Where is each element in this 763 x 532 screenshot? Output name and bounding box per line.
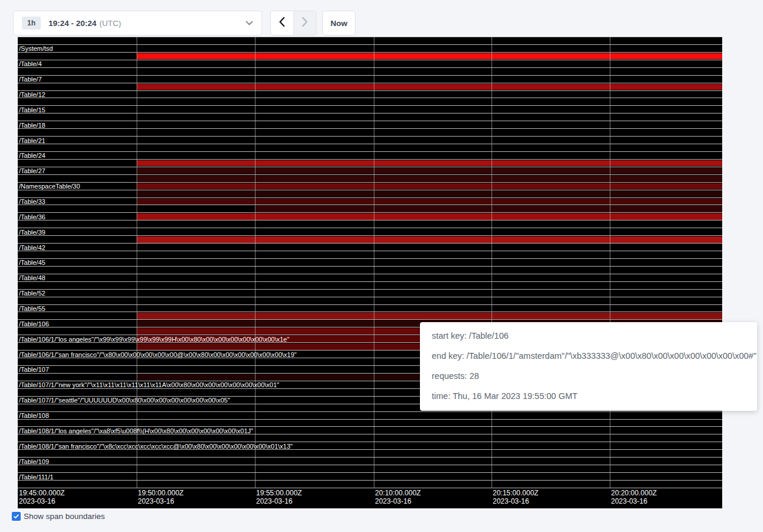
show-span-boundaries-checkbox[interactable]: [12, 512, 21, 521]
show-span-boundaries-row: Show span boundaries: [12, 512, 105, 521]
span-boundary-line: [18, 90, 722, 91]
span-boundary-line: [18, 67, 722, 68]
heatmap-band: [137, 176, 722, 182]
span-boundary-line: [18, 228, 722, 228]
x-axis-tick-time: 19:50:00.000Z: [138, 489, 183, 497]
x-axis-tick: 20:20:00.000Z2023-03-16: [611, 489, 657, 505]
heatmap-row-label: /Table/48: [19, 275, 46, 281]
heatmap-row-label: /Table/27: [19, 168, 46, 174]
heatmap-row-label: /Table/106/1/"san francisco"/"\x80\x00\x…: [19, 352, 297, 358]
span-boundary-line: [18, 457, 722, 458]
x-axis-tick: 19:55:00.000Z2023-03-16: [256, 489, 302, 505]
span-boundary-line: [18, 98, 722, 98]
heatmap-row-label: /Table/12: [19, 92, 46, 98]
heatmap-band: [137, 313, 722, 319]
tooltip-end-key: end key: /Table/106/1/"amsterdam"/"\xb33…: [432, 351, 745, 361]
next-range-button-disabled[interactable]: [293, 11, 316, 35]
x-axis-tick-date: 2023-03-16: [375, 497, 421, 505]
span-boundary-line: [18, 44, 722, 45]
x-axis-tick-time: 19:45:00.000Z: [19, 489, 64, 497]
heatmap-row-label: /NamespaceTable/30: [19, 183, 80, 190]
x-axis-tick: 20:15:00.000Z2023-03-16: [493, 489, 538, 505]
previous-range-button[interactable]: [271, 11, 293, 35]
heatmap-row-label: /Table/39: [19, 229, 46, 236]
heatmap-row-label: /Table/18: [19, 122, 46, 129]
tooltip-time: time: Thu, 16 Mar 2023 19:55:00 GMT: [432, 391, 745, 401]
heatmap-row-label: /Table/45: [19, 259, 46, 266]
span-boundary-line: [18, 121, 722, 121]
heatmap-row-label: /Table/42: [19, 245, 46, 251]
span-boundary-line: [18, 190, 722, 190]
heatmap-band: [137, 183, 722, 190]
heatmap-row-label: /System/tsd: [19, 46, 53, 52]
heatmap-band: [137, 213, 722, 220]
span-boundary-line: [18, 258, 722, 259]
span-boundary-line: [18, 60, 722, 60]
span-boundary-line: [18, 235, 722, 236]
span-boundary-line: [18, 274, 722, 274]
tooltip-requests: requests: 28: [432, 371, 745, 381]
heatmap-row-label: /Table/106/1/"los angeles"/"\x99\x99\x99…: [19, 336, 289, 343]
span-boundary-line: [18, 319, 722, 320]
heatmap-row-label: /Table/52: [19, 290, 46, 297]
span-boundary-line: [18, 251, 722, 251]
x-axis-tick-time: 20:15:00.000Z: [493, 489, 538, 497]
heatmap-row-label: /Table/107/1/"seattle"/"UUUUUUD\x00\x80\…: [19, 397, 230, 404]
heatmap-band: [137, 84, 722, 90]
span-boundary-line: [18, 289, 722, 290]
heatmap-row-label: /Table/15: [19, 107, 46, 113]
time-gridline: [255, 37, 256, 488]
span-boundary-line: [18, 297, 722, 297]
show-span-boundaries-label: Show span boundaries: [24, 512, 105, 521]
chevron-down-icon: [245, 21, 253, 26]
span-boundary-line: [18, 411, 722, 412]
heatmap-row-label: /Table/36: [19, 214, 46, 220]
x-axis-tick-time: 19:55:00.000Z: [256, 489, 302, 497]
heatmap-band: [137, 53, 722, 60]
x-axis-tick-time: 20:20:00.000Z: [611, 489, 657, 497]
heatmap-row-label: /Table/108/1/"los angeles"/"\xa8\xf5\u00…: [19, 428, 253, 434]
time-gridline: [137, 37, 137, 488]
span-boundary-line: [18, 174, 722, 175]
x-axis-tick-date: 2023-03-16: [611, 497, 657, 505]
x-axis-tick-date: 2023-03-16: [138, 497, 183, 505]
span-boundary-line: [18, 220, 722, 220]
heatmap-band: [137, 168, 722, 174]
span-boundary-line: [18, 75, 722, 76]
heatmap-band: [137, 160, 722, 167]
now-button[interactable]: Now: [322, 11, 355, 35]
time-range-selector[interactable]: 1h 19:24 - 20:24 (UTC): [13, 11, 262, 35]
heatmap-band: [255, 206, 722, 212]
heatmap-row-label: /Table/106: [19, 321, 49, 327]
heatmap-band: [137, 199, 722, 205]
chevron-left-icon: [279, 17, 285, 30]
span-boundary-line: [18, 266, 722, 267]
span-boundary-line: [18, 465, 722, 465]
heatmap-row-label: /Table/107/1/"new york"/"\x11\x11\x11\x1…: [19, 382, 279, 388]
span-boundary-line: [18, 167, 722, 167]
heatmap-row-label: /Table/24: [19, 153, 46, 159]
time-gridline: [492, 37, 492, 488]
heatmap-row-label: /Table/108: [19, 413, 49, 419]
heatmap-row-label: /Table/21: [19, 138, 46, 144]
span-boundary-line: [18, 419, 722, 420]
now-button-label: Now: [331, 19, 348, 28]
heatmap-row-label: /Table/107: [19, 366, 49, 373]
heatmap-row-label: /Table/33: [19, 199, 46, 205]
x-axis-tick-time: 20:10:00.000Z: [375, 489, 421, 497]
heatmap-band: [137, 236, 722, 243]
heatmap-row-label: /Table/109: [19, 459, 49, 465]
x-axis-tick-date: 2023-03-16: [493, 497, 538, 505]
span-boundary-line: [18, 52, 722, 53]
x-axis-tick: 19:45:00.000Z2023-03-16: [19, 489, 64, 505]
chevron-right-icon: [302, 17, 308, 30]
x-axis-tick-date: 2023-03-16: [19, 497, 64, 505]
span-boundary-line: [18, 212, 722, 213]
range-timezone: (UTC): [99, 19, 121, 28]
span-boundary-line: [18, 144, 722, 144]
span-boundary-line: [18, 159, 722, 160]
range-duration-badge: 1h: [22, 17, 41, 30]
key-visualizer-heatmap[interactable]: /System/tsd/Table/4/Table/7/Table/12/Tab…: [18, 37, 722, 508]
span-boundary-line: [18, 281, 722, 282]
span-boundary-line: [18, 136, 722, 137]
